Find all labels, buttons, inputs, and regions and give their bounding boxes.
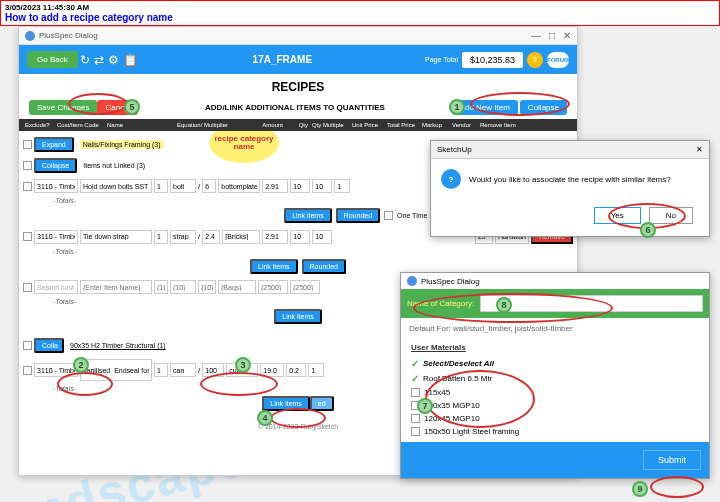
material-item[interactable]: Roof Batten 6.5 Mtr bbox=[423, 374, 492, 383]
gear-icon[interactable]: ⚙ bbox=[108, 53, 119, 67]
section-title: 90x35 H2 Timber Structural (1) bbox=[70, 342, 166, 349]
val-input[interactable] bbox=[260, 363, 284, 377]
not-linked-label: Items not Linked (3) bbox=[83, 162, 145, 169]
popup-message: Would you like to associate the recipe w… bbox=[469, 175, 671, 184]
expand-button[interactable]: Expand bbox=[34, 137, 74, 152]
collapse-all-button[interactable]: Collapse bbox=[520, 100, 567, 115]
marker-8: 8 bbox=[496, 297, 512, 313]
th-markup: Markup bbox=[420, 122, 450, 128]
material-item[interactable]: 120x45 MGP10 bbox=[424, 414, 480, 423]
check-icon[interactable]: ✓ bbox=[411, 373, 419, 384]
location-input[interactable] bbox=[218, 179, 260, 193]
link-items-button[interactable]: Link items bbox=[284, 208, 332, 223]
link-items-button[interactable]: Link items bbox=[274, 309, 322, 324]
minimize-icon[interactable]: — bbox=[531, 30, 541, 41]
unit-input[interactable] bbox=[170, 280, 196, 294]
checkbox[interactable] bbox=[23, 366, 32, 375]
link-items-button[interactable]: Link items bbox=[262, 396, 310, 411]
save-button[interactable]: Save Changes bbox=[29, 100, 97, 115]
collapse-button[interactable]: Colla bbox=[34, 338, 64, 353]
item-name-input[interactable] bbox=[80, 359, 152, 381]
cost-code-input[interactable] bbox=[34, 363, 78, 377]
app-icon bbox=[407, 276, 417, 286]
loc-input[interactable] bbox=[218, 280, 256, 294]
forum-icon[interactable]: FORUM bbox=[547, 52, 569, 68]
rounded-button[interactable]: Rounded bbox=[302, 259, 346, 274]
tutorial-title: How to add a recipe category name bbox=[5, 12, 715, 23]
unit-input[interactable] bbox=[170, 363, 196, 377]
checkbox[interactable] bbox=[23, 283, 32, 292]
val-input[interactable] bbox=[290, 230, 310, 244]
sketchup-popup: SketchUp ✕ ? Would you like to associate… bbox=[430, 140, 710, 237]
checkbox[interactable] bbox=[23, 232, 32, 241]
collapse-button[interactable]: Collapse bbox=[34, 158, 77, 173]
select-all-label[interactable]: Select/Deselect All bbox=[423, 359, 494, 368]
category-popup: PlusSpec Dialog Name of Category: Defaul… bbox=[400, 272, 710, 479]
material-item[interactable]: 150x50 Light Steel framing bbox=[424, 427, 519, 436]
val-input[interactable] bbox=[334, 179, 350, 193]
divider: / bbox=[198, 232, 200, 241]
onetime-checkbox[interactable] bbox=[384, 211, 393, 220]
qty2-input[interactable] bbox=[202, 363, 224, 377]
location-input[interactable] bbox=[222, 230, 260, 244]
val-input[interactable] bbox=[290, 179, 310, 193]
qty2-input[interactable] bbox=[202, 179, 216, 193]
rounded-button[interactable]: Rounded bbox=[336, 208, 380, 223]
yes-button[interactable]: Yes bbox=[594, 207, 641, 224]
qty2-input[interactable] bbox=[198, 280, 216, 294]
submit-button[interactable]: Submit bbox=[643, 450, 701, 470]
cost-code-input[interactable] bbox=[34, 280, 78, 294]
copy-icon[interactable]: 📋 bbox=[123, 53, 138, 67]
unit-input[interactable] bbox=[170, 230, 196, 244]
divider: / bbox=[198, 366, 200, 375]
val-input[interactable] bbox=[286, 363, 306, 377]
checkbox[interactable] bbox=[23, 341, 32, 350]
amount-input[interactable] bbox=[262, 179, 288, 193]
rounded-button[interactable]: ed bbox=[310, 396, 334, 411]
th-amount: Amount bbox=[245, 122, 285, 128]
onetime-label: One Time bbox=[397, 212, 427, 219]
help-icon[interactable]: ? bbox=[527, 52, 543, 68]
refresh-icon[interactable]: ↻ bbox=[80, 53, 90, 67]
checkbox[interactable] bbox=[411, 414, 420, 423]
th-totalp: Total Price bbox=[385, 122, 420, 128]
no-button[interactable]: No bbox=[649, 207, 693, 224]
toggle-icon[interactable]: ⇄ bbox=[94, 53, 104, 67]
cost-code-input[interactable] bbox=[34, 179, 78, 193]
category-name-input[interactable] bbox=[480, 295, 703, 312]
checkbox[interactable] bbox=[23, 182, 32, 191]
qty1-input[interactable] bbox=[154, 363, 168, 377]
val-input[interactable] bbox=[312, 179, 332, 193]
item-name-input[interactable] bbox=[80, 280, 152, 294]
qty2-input[interactable] bbox=[202, 230, 220, 244]
close-icon[interactable]: ✕ bbox=[563, 30, 571, 41]
amount-input[interactable] bbox=[262, 230, 288, 244]
th-qtym: Qty Multiple bbox=[310, 122, 350, 128]
maximize-icon[interactable]: □ bbox=[549, 30, 555, 41]
item-name-input[interactable] bbox=[80, 230, 152, 244]
checkbox[interactable] bbox=[411, 427, 420, 436]
checkbox[interactable] bbox=[411, 388, 420, 397]
val-input[interactable] bbox=[308, 363, 324, 377]
qty1-input[interactable] bbox=[154, 230, 168, 244]
item-name-input[interactable] bbox=[80, 179, 152, 193]
marker-3: 3 bbox=[235, 357, 251, 373]
th-remove: Remove Item bbox=[478, 122, 518, 128]
go-back-button[interactable]: Go Back bbox=[27, 51, 78, 68]
val-input[interactable] bbox=[312, 230, 332, 244]
cost-code-input[interactable] bbox=[34, 230, 78, 244]
val-input[interactable] bbox=[258, 280, 288, 294]
val-input[interactable] bbox=[290, 280, 320, 294]
category-highlight: Nails/Fixings Framing (3) bbox=[80, 140, 164, 149]
material-item[interactable]: 115x45 bbox=[424, 388, 450, 397]
marker-4: 4 bbox=[257, 410, 273, 426]
checkbox[interactable] bbox=[23, 140, 32, 149]
unit-input[interactable] bbox=[170, 179, 196, 193]
check-icon[interactable]: ✓ bbox=[411, 358, 419, 369]
marker-1: 1 bbox=[449, 99, 465, 115]
qty1-input[interactable] bbox=[154, 179, 168, 193]
close-icon[interactable]: ✕ bbox=[696, 145, 703, 154]
checkbox[interactable] bbox=[23, 161, 32, 170]
link-items-button[interactable]: Link items bbox=[250, 259, 298, 274]
qty1-input[interactable] bbox=[154, 280, 168, 294]
